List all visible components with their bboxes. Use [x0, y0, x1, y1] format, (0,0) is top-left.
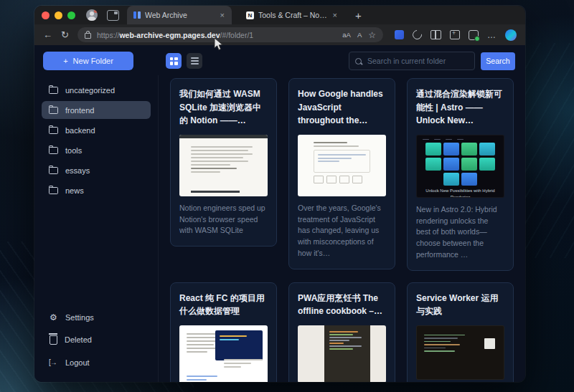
back-button[interactable]: ← [43, 30, 52, 39]
card-thumbnail [179, 325, 268, 382]
desktop-wallpaper: Web Archive × N Tools & Craft – Notion B… [0, 0, 574, 392]
avatar-badge [94, 9, 98, 13]
lock-icon [85, 33, 91, 39]
folder-icon [49, 187, 58, 194]
read-aloud-icon[interactable]: A [357, 32, 362, 39]
extensions-icon[interactable] [469, 30, 479, 40]
sidebar-item-backend[interactable]: backend [42, 121, 151, 139]
search-box[interactable] [349, 52, 475, 70]
card-astro-hybrid[interactable]: 通过混合渲染解锁新可能性 | Astro —— Unlock New… Unlo… [407, 78, 514, 271]
app-toolbar: + New Folder Search [34, 45, 525, 75]
card-thumbnail: Unlock New Possibilities with Hybrid Ren… [416, 135, 504, 198]
list-view-button[interactable] [187, 53, 202, 69]
card-pwa-cookbook[interactable]: PWA应用烹饪书 The offline cookbook –… [288, 282, 395, 382]
url-field-actions: aA A ☆ [342, 31, 376, 39]
logout-icon: [→ [49, 358, 58, 366]
close-tab-icon[interactable]: × [332, 11, 338, 19]
card-thumbnail [416, 325, 504, 380]
tab-web-archive[interactable]: Web Archive × [127, 6, 232, 24]
card-title: 我们如何通过 WASM SQLite 加速浏览器中的 Notion ——… [179, 87, 268, 128]
sidebar-item-news[interactable]: news [42, 181, 151, 199]
thumbnail-qr-square [484, 338, 495, 349]
card-title: Service Worker 运用与实践 [416, 292, 504, 318]
browser-essentials-icon[interactable] [410, 28, 423, 41]
sidebar-item-essays[interactable]: essays [42, 161, 151, 179]
search-icon [355, 58, 362, 64]
split-screen-icon[interactable] [430, 30, 441, 39]
app-body: uncategorized frontend backend tools ess… [34, 75, 525, 382]
collections-icon[interactable] [450, 30, 460, 39]
page-url: https://web-archive-egm.pages.dev/#/fold… [97, 31, 253, 39]
folder-icon [49, 147, 58, 154]
new-folder-button[interactable]: + New Folder [43, 52, 133, 70]
card-react-fc[interactable]: React 纯 FC 的项目用什么做数据管理 组件内部状态用 us [170, 282, 277, 382]
address-bar: ← ↻ https://web-archive-egm.pages.dev/#/… [34, 24, 525, 45]
tab-strip: Web Archive × N Tools & Craft – Notion B… [34, 6, 525, 24]
card-title: PWA应用烹饪书 The offline cookbook –… [298, 292, 386, 318]
sidebar-item-deleted[interactable]: Deleted [42, 330, 151, 349]
card-grid-area: 我们如何通过 WASM SQLite 加速浏览器中的 Notion ——… [158, 75, 525, 382]
tab-notion-blog[interactable]: N Tools & Craft – Notion Blog × [240, 6, 344, 24]
search-button[interactable]: Search [481, 52, 515, 70]
profile-avatar[interactable] [86, 9, 98, 21]
card-wasm-sqlite[interactable]: 我们如何通过 WASM SQLite 加速浏览器中的 Notion ——… [170, 78, 277, 247]
notion-favicon: N [246, 11, 254, 19]
search-input[interactable] [366, 56, 469, 66]
thumbnail-caption: Unlock New Possibilities with Hybrid Ren… [417, 188, 504, 198]
tab-label: Web Archive [145, 11, 215, 19]
tab-switcher-icon[interactable] [107, 10, 119, 21]
toolbar-extensions: … [395, 29, 517, 41]
sidebar-item-logout[interactable]: [→Logout [42, 353, 151, 371]
web-archive-app: + New Folder Search uncategorized [34, 45, 525, 382]
extension-icon-blue[interactable] [395, 30, 404, 39]
sidebar: uncategorized frontend backend tools ess… [34, 75, 158, 382]
reload-button[interactable]: ↻ [61, 30, 69, 39]
url-field[interactable]: https://web-archive-egm.pages.dev/#/fold… [77, 27, 383, 42]
folder-icon [49, 167, 58, 174]
sidebar-item-uncategorized[interactable]: uncategorized [42, 81, 151, 99]
sidebar-item-tools[interactable]: tools [42, 141, 151, 159]
folder-open-icon [49, 107, 58, 114]
zoom-window-button[interactable] [67, 11, 75, 19]
grid-icon [170, 57, 178, 65]
translate-icon[interactable]: aA [342, 32, 351, 39]
plus-icon: + [63, 57, 67, 65]
browser-window: Web Archive × N Tools & Craft – Notion B… [34, 6, 525, 382]
copilot-icon[interactable] [505, 29, 517, 41]
card-google-javascript[interactable]: How Google handles JavaScript throughout… [288, 78, 395, 269]
sidebar-item-settings[interactable]: ⚙Settings [42, 308, 151, 326]
close-tab-icon[interactable]: × [220, 11, 225, 19]
minimize-window-button[interactable] [55, 11, 62, 19]
sidebar-item-frontend[interactable]: frontend [42, 101, 151, 119]
card-description: Over the years, Google's treatment of Ja… [298, 203, 386, 259]
card-thumbnail [298, 325, 386, 382]
tab-label: Tools & Craft – Notion Blog [258, 11, 328, 19]
card-thumbnail [298, 135, 386, 196]
close-window-button[interactable] [42, 11, 50, 19]
view-toggles [166, 53, 202, 69]
sidebar-footer: ⚙Settings Deleted [→Logout [42, 308, 151, 373]
grid-view-button[interactable] [166, 53, 182, 69]
card-title: React 纯 FC 的项目用什么做数据管理 [179, 292, 268, 318]
favorite-star-icon[interactable]: ☆ [368, 31, 376, 39]
card-thumbnail [179, 135, 268, 196]
folder-icon [49, 127, 58, 134]
new-tab-button[interactable]: + [355, 10, 362, 21]
trash-icon [50, 335, 57, 345]
card-grid: 我们如何通过 WASM SQLite 加速浏览器中的 Notion ——… [170, 78, 514, 382]
more-menu-icon[interactable]: … [487, 30, 497, 40]
card-description: New in Astro 2.0: Hybrid rendering unloc… [416, 204, 504, 261]
list-icon [191, 57, 199, 64]
card-title: How Google handles JavaScript throughout… [298, 87, 386, 128]
gear-icon: ⚙ [49, 313, 58, 322]
card-description: Notion engineers sped up Notion's browse… [179, 203, 268, 236]
web-archive-favicon [133, 11, 141, 19]
card-service-worker[interactable]: Service Worker 运用与实践 通过对Service Worker的理… [407, 282, 514, 382]
card-title: 通过混合渲染解锁新可能性 | Astro —— Unlock New… [416, 87, 504, 128]
folder-icon [49, 87, 58, 94]
